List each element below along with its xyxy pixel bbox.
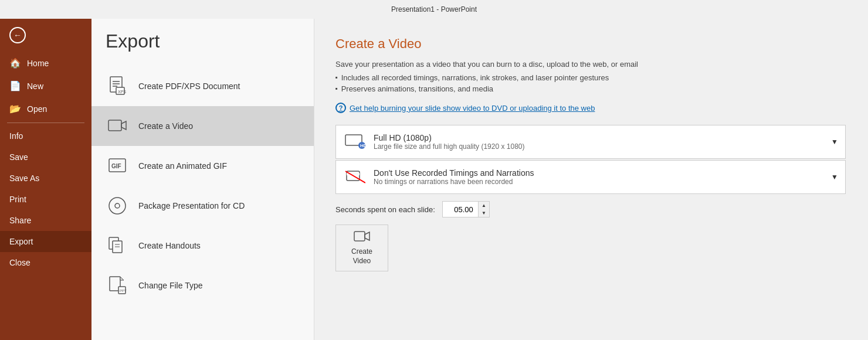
help-link[interactable]: ? Get help burning your slide show video… <box>335 103 847 113</box>
bullet-1: Includes all recorded timings, narration… <box>335 72 847 83</box>
handouts-icon <box>106 234 129 257</box>
sidebar-item-close[interactable]: Close <box>0 252 91 273</box>
sidebar-item-export[interactable]: Export <box>0 231 91 252</box>
handouts-label: Create Handouts <box>138 241 201 250</box>
open-icon: 📂 <box>9 103 21 114</box>
title-text: Presentation1 - PowerPoint <box>391 5 477 13</box>
title-bar: Presentation1 - PowerPoint <box>0 0 868 19</box>
create-video-button-icon <box>354 230 370 244</box>
content-bullets: Includes all recorded timings, narration… <box>335 72 847 94</box>
seconds-field[interactable] <box>443 203 478 216</box>
sidebar-item-open[interactable]: 📂 Open <box>0 97 91 120</box>
pdf-label: Create PDF/XPS Document <box>138 81 240 91</box>
content-area: Create a Video Save your presentation as… <box>314 19 868 340</box>
filetype-icon: PPT <box>106 274 129 297</box>
new-icon: 📄 <box>9 80 21 91</box>
sidebar-item-save-as[interactable]: Save As <box>0 168 91 189</box>
quality-text: Full HD (1080p) Large file size and full… <box>374 133 826 151</box>
seconds-spinner: ▲ ▼ <box>478 202 489 217</box>
export-item-video[interactable]: Create a Video <box>91 106 314 146</box>
svg-point-10 <box>109 198 126 214</box>
bullet-2: Preserves animations, transitions, and m… <box>335 83 847 94</box>
seconds-input-container: ▲ ▼ <box>442 201 490 217</box>
quality-icon: HD <box>343 130 367 154</box>
sidebar-item-info[interactable]: Info <box>0 125 91 147</box>
sidebar-divider <box>7 123 84 123</box>
video-label: Create a Video <box>138 121 193 131</box>
gif-icon: GIF <box>106 154 129 178</box>
cd-label: Package Presentation for CD <box>138 201 245 210</box>
export-item-pdf[interactable]: XPS Create PDF/XPS Document <box>91 66 314 106</box>
sidebar-item-share[interactable]: Share <box>0 210 91 231</box>
export-item-handouts[interactable]: Create Handouts <box>91 226 314 266</box>
back-button[interactable]: ← <box>0 19 91 52</box>
export-item-cd[interactable]: Package Presentation for CD <box>91 186 314 226</box>
cd-icon <box>106 194 129 217</box>
sidebar-item-print[interactable]: Print <box>0 189 91 210</box>
svg-rect-6 <box>108 120 121 131</box>
timings-arrow: ▼ <box>831 173 838 181</box>
svg-text:GIF: GIF <box>111 163 121 169</box>
home-icon: 🏠 <box>9 57 21 69</box>
back-icon: ← <box>9 27 26 43</box>
svg-text:XPS: XPS <box>118 90 126 94</box>
content-description: Save your presentation as a video that y… <box>335 60 847 69</box>
seconds-label: Seconds spent on each slide: <box>335 205 435 214</box>
sidebar: ← 🏠 Home 📄 New 📂 Open Info Save Save As … <box>0 19 91 340</box>
help-icon: ? <box>335 103 346 113</box>
app-body: ← 🏠 Home 📄 New 📂 Open Info Save Save As … <box>0 19 868 340</box>
sidebar-item-save[interactable]: Save <box>0 147 91 168</box>
content-title: Create a Video <box>335 36 847 52</box>
svg-marker-17 <box>120 277 124 280</box>
sidebar-item-new[interactable]: 📄 New <box>0 74 91 97</box>
export-item-filetype[interactable]: PPT Change File Type <box>91 266 314 305</box>
timings-dropdown[interactable]: Don't Use Recorded Timings and Narration… <box>335 160 846 194</box>
quality-arrow: ▼ <box>831 138 838 146</box>
quality-dropdown[interactable]: HD Full HD (1080p) Large file size and f… <box>335 125 846 159</box>
export-item-gif[interactable]: GIF Create an Animated GIF <box>91 146 314 186</box>
svg-marker-27 <box>365 232 369 240</box>
timings-icon <box>343 165 367 189</box>
timings-text: Don't Use Recorded Timings and Narration… <box>374 168 826 186</box>
create-video-button-label: Create Video <box>351 247 372 266</box>
export-menu: Export XPS Create PDF/XPS Document <box>91 19 314 340</box>
gif-label: Create an Animated GIF <box>138 161 227 171</box>
pdf-icon: XPS <box>106 74 129 98</box>
export-title: Export <box>91 30 314 66</box>
svg-text:HD: HD <box>360 143 365 148</box>
seconds-up-button[interactable]: ▲ <box>479 202 489 209</box>
sidebar-item-home[interactable]: 🏠 Home <box>0 52 91 74</box>
create-video-button[interactable]: Create Video <box>335 225 388 271</box>
seconds-row: Seconds spent on each slide: ▲ ▼ <box>335 201 847 217</box>
svg-text:PPT: PPT <box>120 289 127 293</box>
svg-point-11 <box>115 203 120 208</box>
filetype-label: Change File Type <box>138 281 202 290</box>
seconds-down-button[interactable]: ▼ <box>479 209 489 217</box>
video-icon <box>106 114 129 138</box>
svg-marker-7 <box>121 121 126 130</box>
svg-rect-26 <box>354 232 365 241</box>
